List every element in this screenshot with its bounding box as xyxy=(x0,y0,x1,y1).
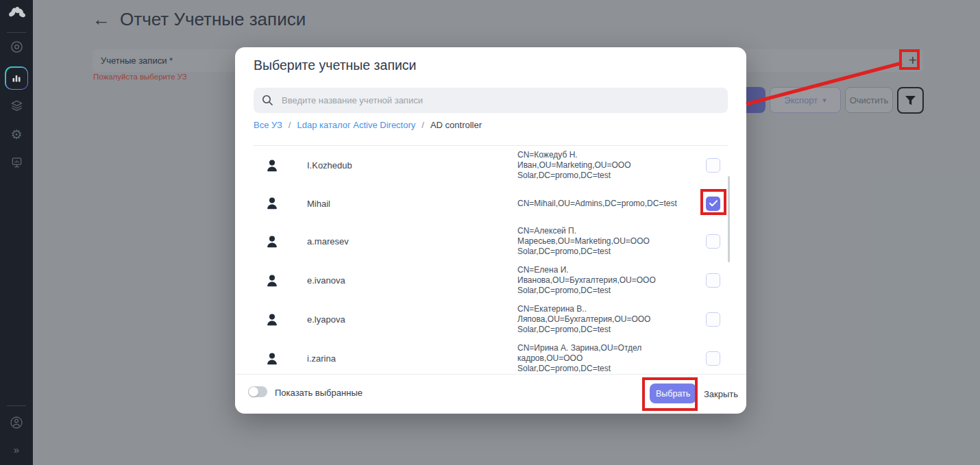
account-dn: CN=Алексей П. Маресьев,OU=Marketing,OU=О… xyxy=(517,226,678,257)
user-avatar-icon xyxy=(265,273,280,288)
account-dn: CN=Кожедуб Н. Иван,OU=Marketing,OU=ООО S… xyxy=(517,150,678,181)
bar-chart-icon xyxy=(11,73,22,84)
account-row[interactable]: MihailCN=Mihail,OU=Admins,DC=promo,DC=te… xyxy=(254,185,728,222)
sidebar-item-hosts[interactable] xyxy=(0,156,33,169)
close-button-label: Закрыть xyxy=(704,389,738,399)
show-selected-toggle[interactable] xyxy=(248,386,267,397)
account-row[interactable]: I.KozhedubCN=Кожедуб Н. Иван,OU=Marketin… xyxy=(254,146,728,185)
host-icon xyxy=(10,156,23,169)
breadcrumb-link[interactable]: Все УЗ xyxy=(254,120,282,130)
account-checkbox[interactable] xyxy=(706,351,720,366)
annotation-box-select-button xyxy=(642,377,698,411)
account-row[interactable]: e.lyapovaCN=Екатерина В.. Ляпова,OU=Бухг… xyxy=(254,300,728,339)
account-search-input[interactable] xyxy=(280,95,720,106)
breadcrumb: Все УЗ/Ldap каталог Active Directory/AD … xyxy=(254,120,482,130)
breadcrumb-link[interactable]: Ldap каталог Active Directory xyxy=(297,120,415,130)
breadcrumb-current: AD controller xyxy=(430,120,482,130)
account-name: I.Kozhedub xyxy=(307,160,517,171)
account-name: a.maresev xyxy=(307,236,517,247)
user-circle-icon xyxy=(10,416,23,429)
user-avatar-icon xyxy=(265,312,280,327)
account-row[interactable]: e.ivanovaCN=Елена И. Иванова,OU=Бухгалте… xyxy=(254,261,728,300)
chevrons-right-icon: » xyxy=(14,444,19,455)
user-avatar-icon xyxy=(265,158,280,173)
layers-icon xyxy=(10,99,23,112)
account-dn: CN=Елена И. Иванова,OU=Бухгалтерия,OU=ОО… xyxy=(517,265,678,296)
show-selected-label: Показать выбранные xyxy=(275,388,363,398)
account-dn: CN=Екатерина В.. Ляпова,OU=Бухгалтерия,O… xyxy=(517,304,678,335)
account-checkbox[interactable] xyxy=(706,312,720,327)
account-checkbox[interactable] xyxy=(706,234,720,249)
sidebar: ⚙ » xyxy=(0,0,33,465)
account-row[interactable]: i.zarinaCN=Ирина А. Зарина,OU=Отдел кадр… xyxy=(254,339,728,378)
sidebar-item-settings[interactable]: ⚙ xyxy=(0,128,33,141)
account-list: I.KozhedubCN=Кожедуб Н. Иван,OU=Marketin… xyxy=(254,145,728,378)
app-logo xyxy=(0,5,33,26)
sidebar-item-monitoring[interactable] xyxy=(0,40,33,53)
sidebar-collapse-button[interactable]: » xyxy=(0,444,33,455)
sidebar-divider xyxy=(7,405,26,406)
sidebar-divider xyxy=(7,32,26,33)
toggle-knob xyxy=(249,387,258,397)
account-checkbox[interactable] xyxy=(706,273,720,288)
monitor-eye-icon xyxy=(10,40,23,53)
search-icon xyxy=(262,95,273,106)
annotation-box-checkbox xyxy=(700,189,726,215)
breadcrumb-separator: / xyxy=(421,120,424,130)
user-avatar-icon xyxy=(265,234,280,249)
account-search-bar xyxy=(254,88,728,113)
select-accounts-modal: Выберите учетные записи Все УЗ/Ldap ката… xyxy=(235,47,746,414)
user-avatar-icon xyxy=(265,351,280,366)
account-name: e.lyapova xyxy=(307,314,517,325)
account-dn: CN=Ирина А. Зарина,OU=Отдел кадров,OU=ОО… xyxy=(517,343,678,374)
breadcrumb-separator: / xyxy=(289,120,291,130)
sidebar-item-resources[interactable] xyxy=(0,99,33,112)
account-name: e.ivanova xyxy=(307,275,517,286)
close-button[interactable]: Закрыть xyxy=(704,389,738,399)
sidebar-item-reports[interactable] xyxy=(5,66,28,90)
annotation-box-add-button xyxy=(899,49,920,70)
modal-title: Выберите учетные записи xyxy=(254,58,417,73)
user-avatar-icon xyxy=(265,196,280,211)
account-name: i.zarina xyxy=(307,353,517,364)
scrollbar-thumb[interactable] xyxy=(728,176,730,262)
logo-icon xyxy=(6,5,27,26)
sidebar-item-account[interactable] xyxy=(0,416,33,429)
account-checkbox[interactable] xyxy=(706,158,720,173)
account-row[interactable]: a.maresevCN=Алексей П. Маресьев,OU=Marke… xyxy=(254,222,728,261)
gear-icon: ⚙ xyxy=(10,128,22,141)
account-dn: CN=Mihail,OU=Admins,DC=promo,DC=test xyxy=(517,199,678,209)
account-name: Mihail xyxy=(307,199,517,209)
